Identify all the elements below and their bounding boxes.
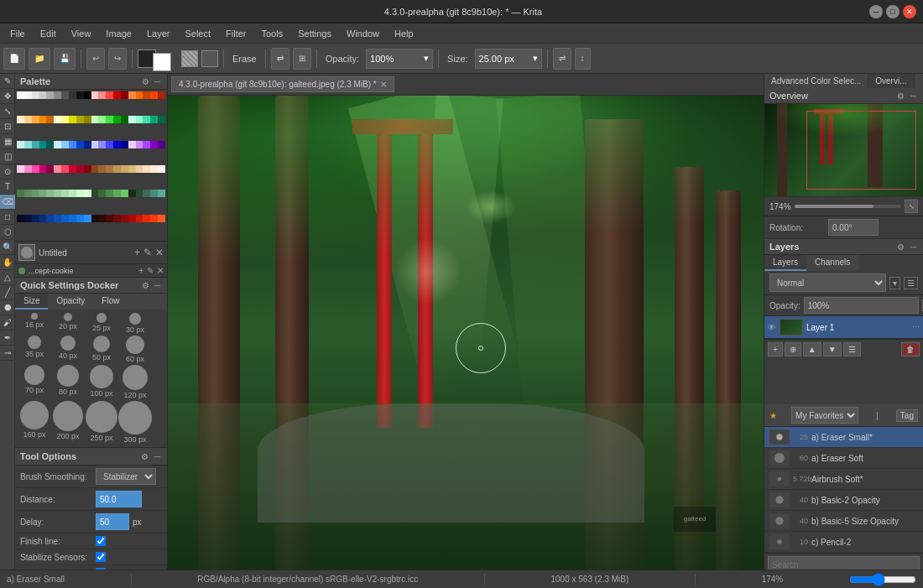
menu-select[interactable]: Select	[178, 27, 217, 40]
palette-cell[interactable]	[76, 215, 84, 222]
brush-edit-button[interactable]: ✎	[143, 247, 152, 258]
palette-cell[interactable]	[76, 91, 84, 99]
palette-cell[interactable]	[150, 190, 158, 197]
palette-cell[interactable]	[46, 116, 54, 123]
maximize-button[interactable]: □	[886, 5, 900, 18]
palette-cell[interactable]	[121, 215, 128, 222]
palette-cell[interactable]	[143, 116, 150, 123]
palette-cell[interactable]	[128, 141, 136, 148]
tool-select-free[interactable]: ⬡	[0, 225, 15, 240]
tab-layers[interactable]: Layers	[764, 255, 806, 271]
tool-brush[interactable]: ✎	[0, 74, 15, 89]
undo-button[interactable]: ↩	[86, 48, 105, 70]
palette-cell[interactable]	[113, 190, 121, 197]
palette-cell[interactable]	[106, 215, 113, 222]
palette-cell[interactable]	[128, 91, 136, 99]
quick-tab-flow[interactable]: Flow	[93, 294, 128, 310]
palette-cell[interactable]	[91, 141, 99, 148]
quick-settings-minimize-btn[interactable]: ─	[153, 281, 162, 290]
finish-line-checkbox[interactable]	[96, 536, 106, 546]
palette-cell[interactable]	[46, 165, 54, 173]
palette-cell[interactable]	[158, 165, 165, 173]
delete-layer-btn[interactable]: 🗑	[901, 342, 920, 356]
palette-cell[interactable]	[158, 190, 165, 197]
palette-cell[interactable]	[98, 116, 106, 123]
brush-size-item[interactable]: 16 px	[18, 313, 50, 334]
brush-size-item[interactable]: 300 px	[119, 401, 151, 444]
palette-cell[interactable]	[69, 165, 76, 173]
menu-file[interactable]: File	[3, 27, 32, 40]
palette-cell[interactable]	[17, 141, 24, 148]
palette-cell[interactable]	[46, 141, 54, 148]
brush-search-input[interactable]	[768, 556, 920, 570]
menu-tools[interactable]: Tools	[255, 27, 290, 40]
palette-cell[interactable]	[136, 215, 143, 222]
palette-cell[interactable]	[17, 215, 24, 222]
palette-cell[interactable]	[39, 141, 47, 148]
palette-cell[interactable]	[121, 190, 128, 197]
layers-filter-btn[interactable]: ▾	[889, 277, 900, 289]
palette-cell[interactable]	[69, 116, 76, 123]
palette-cell[interactable]	[136, 91, 143, 99]
tag-button[interactable]: Tag	[896, 409, 918, 422]
palette-cell[interactable]	[24, 190, 32, 197]
opacity-input[interactable]	[804, 297, 919, 314]
palette-cell[interactable]	[113, 141, 121, 148]
palette-cell[interactable]	[121, 141, 128, 148]
palette-cell[interactable]	[128, 116, 136, 123]
brush-smoothing-select[interactable]: Stabilizer None Basic	[96, 468, 156, 485]
tool-crop[interactable]: ⊡	[0, 119, 15, 134]
menu-settings[interactable]: Settings	[291, 27, 338, 40]
brush-delete-button[interactable]: ✕	[155, 247, 164, 258]
tool-move[interactable]: ✥	[0, 89, 15, 104]
pattern-swatch[interactable]	[181, 50, 198, 67]
brush-preset-item[interactable]: 40b) Basic-5 Size Opacity	[764, 511, 923, 532]
palette-cell[interactable]	[128, 165, 136, 173]
palette-cell[interactable]	[158, 215, 165, 222]
palette-cell[interactable]	[32, 91, 39, 99]
palette-cell[interactable]	[69, 91, 76, 99]
brush-size-item[interactable]: 20 px	[52, 313, 84, 334]
palette-cell[interactable]	[32, 190, 39, 197]
quick-settings-settings-btn[interactable]: ⚙	[140, 281, 151, 290]
brush-size-item[interactable]: 160 px	[18, 401, 50, 444]
layers-minimize-btn[interactable]: ─	[909, 242, 918, 252]
palette-settings-button[interactable]: ⚙	[140, 77, 151, 86]
tool-line[interactable]: ╱	[0, 285, 15, 300]
palette-cell[interactable]	[76, 141, 84, 148]
palette-cell[interactable]	[24, 116, 32, 123]
palette-cell[interactable]	[61, 165, 69, 173]
tool-contiguous[interactable]: ⬣	[0, 300, 15, 315]
layer-1-options-btn[interactable]: ⋯	[912, 323, 920, 331]
brush-size-item[interactable]: 30 px	[119, 313, 151, 334]
layers-more-btn[interactable]: ☰	[904, 277, 918, 289]
palette-cell[interactable]	[84, 190, 91, 197]
size-spinbox[interactable]: 25.00 px ▾	[475, 49, 542, 69]
tool-transform[interactable]: ⤡	[0, 104, 15, 119]
menu-layer[interactable]: Layer	[140, 27, 177, 40]
brush-size-item[interactable]: 50 px	[86, 336, 117, 363]
palette-cell[interactable]	[54, 141, 61, 148]
palette-cell[interactable]	[136, 116, 143, 123]
palette-cell[interactable]	[106, 190, 113, 197]
tool-options-settings-btn[interactable]: ⚙	[139, 452, 150, 461]
palette-cell[interactable]	[69, 190, 76, 197]
canvas-tab-close-button[interactable]: ✕	[380, 80, 387, 89]
palette-cell[interactable]	[61, 190, 69, 197]
palette-cell[interactable]	[84, 165, 91, 173]
add-layer-btn[interactable]: +	[768, 342, 783, 356]
palette-cell[interactable]	[46, 91, 54, 99]
tab-channels[interactable]: Channels	[806, 255, 858, 271]
distance-input[interactable]	[96, 491, 142, 507]
mirror-button[interactable]: ⇄	[271, 48, 289, 70]
palette-cell[interactable]	[143, 165, 150, 173]
palette-cell[interactable]	[98, 190, 106, 197]
palette-cell[interactable]	[113, 215, 121, 222]
palette-cell[interactable]	[24, 91, 32, 99]
brush-size-item[interactable]: 120 px	[119, 365, 151, 399]
palette-cell[interactable]	[54, 190, 61, 197]
layers-settings-btn[interactable]: ⚙	[895, 242, 906, 252]
quick-settings-header[interactable]: Quick Settings Docker ⚙ ─	[15, 278, 167, 294]
preset-delete-button[interactable]: ✕	[157, 266, 164, 275]
palette-cell[interactable]	[61, 215, 69, 222]
